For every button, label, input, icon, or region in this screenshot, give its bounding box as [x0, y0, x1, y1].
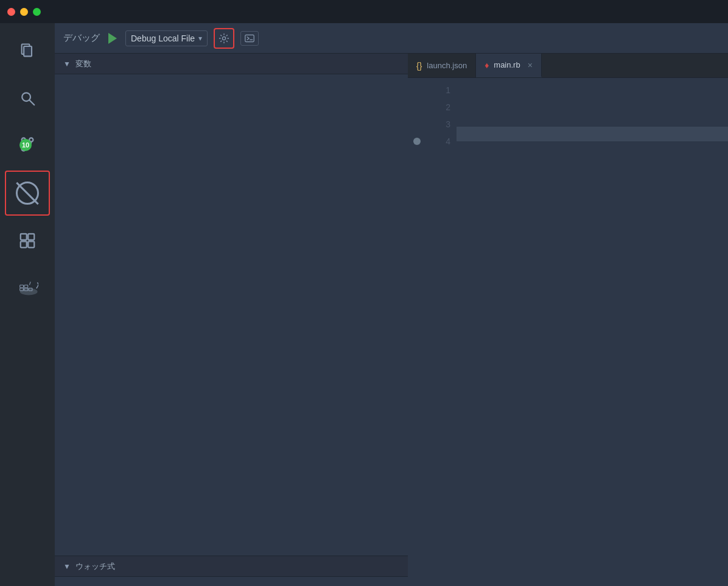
- tab-launch-json[interactable]: {} launch.json: [408, 54, 476, 77]
- svg-rect-10: [28, 241, 34, 247]
- sidebar-item-search[interactable]: [5, 76, 50, 121]
- sidebar-item-git[interactable]: 10: [5, 123, 50, 168]
- traffic-close[interactable]: [7, 8, 15, 16]
- no-symbol-icon: [16, 182, 39, 205]
- watch-panel-header[interactable]: ▼ ウォッチ式: [55, 556, 408, 577]
- files-icon: [19, 42, 36, 59]
- svg-line-17: [30, 282, 30, 284]
- debug-panels: ▼ 変数 ▼ ウォッチ式: [55, 54, 408, 586]
- sidebar-item-extensions[interactable]: [5, 218, 50, 263]
- watch-panel: ▼ ウォッチ式: [55, 556, 408, 586]
- sidebar-item-files[interactable]: [5, 28, 50, 73]
- line-number-4: 4: [446, 134, 450, 149]
- svg-rect-16: [24, 285, 28, 288]
- line-number-2: 2: [446, 100, 450, 115]
- svg-point-2: [22, 93, 30, 101]
- editor-content: 1 2 3 4: [408, 78, 728, 586]
- tab-close-button[interactable]: ×: [528, 60, 533, 70]
- svg-rect-19: [245, 35, 254, 41]
- line-number-1: 1: [446, 83, 450, 97]
- gutter-slot-1: [413, 83, 421, 97]
- variables-panel-header[interactable]: ▼ 変数: [55, 54, 408, 74]
- svg-rect-1: [24, 46, 32, 56]
- variables-panel-content: [55, 74, 408, 556]
- variables-panel-title: 変数: [75, 58, 91, 69]
- svg-line-3: [30, 101, 35, 105]
- debug-toolbar: デバッグ Debug Local File ▾: [55, 23, 728, 54]
- main-layout: 10: [0, 23, 728, 586]
- ruby-icon: ♦: [485, 60, 489, 70]
- json-icon: {}: [416, 61, 422, 71]
- svg-rect-15: [20, 285, 24, 288]
- traffic-minimize[interactable]: [20, 8, 28, 16]
- sidebar-item-docker[interactable]: [5, 266, 50, 311]
- variables-collapse-arrow[interactable]: ▼: [63, 60, 71, 68]
- terminal-icon: [245, 34, 254, 43]
- code-line-2: [457, 97, 728, 112]
- content-area: デバッグ Debug Local File ▾: [55, 23, 728, 586]
- watch-panel-title: ウォッチ式: [75, 561, 115, 572]
- debug-label: デバッグ: [63, 32, 100, 44]
- line-number-3: 3: [446, 117, 450, 132]
- gutter-slot-3: [413, 117, 421, 132]
- config-select[interactable]: Debug Local File ▾: [125, 30, 208, 46]
- tab-main-rb[interactable]: ♦ main.rb ×: [476, 54, 542, 77]
- terminal-button[interactable]: [240, 31, 259, 46]
- extensions-icon: [18, 231, 37, 250]
- play-button[interactable]: [106, 32, 119, 45]
- titlebar: [0, 0, 728, 23]
- svg-point-18: [222, 37, 225, 40]
- sidebar-item-debug[interactable]: [5, 171, 50, 216]
- editor-section: ▼ 変数 ▼ ウォッチ式 {}: [55, 54, 728, 586]
- gutter-slot-2: [413, 100, 421, 115]
- svg-rect-7: [21, 234, 27, 240]
- search-icon: [18, 89, 37, 107]
- play-triangle-icon: [108, 33, 117, 44]
- tab-launch-label: launch.json: [427, 61, 467, 70]
- git-badge: 10: [19, 139, 32, 151]
- code-area[interactable]: [457, 78, 728, 586]
- gutter-slot-4: [413, 134, 421, 149]
- chevron-down-icon: ▾: [198, 34, 202, 43]
- gear-button[interactable]: [214, 28, 234, 49]
- editor-area: {} launch.json ♦ main.rb ×: [408, 54, 728, 586]
- code-line-4: [457, 127, 728, 141]
- tab-bar: {} launch.json ♦ main.rb ×: [408, 54, 728, 78]
- tab-main-label: main.rb: [494, 60, 520, 69]
- breakpoint-dot: [413, 138, 421, 145]
- activity-bar: 10: [0, 23, 55, 586]
- docker-icon: [16, 280, 38, 297]
- config-name: Debug Local File: [131, 34, 195, 43]
- gear-icon: [219, 33, 229, 44]
- code-line-1: [457, 83, 728, 97]
- gutter: [408, 78, 426, 586]
- watch-collapse-arrow[interactable]: ▼: [63, 562, 71, 571]
- svg-rect-8: [28, 234, 34, 240]
- svg-rect-9: [21, 241, 27, 247]
- traffic-maximize[interactable]: [33, 8, 41, 16]
- line-numbers: 1 2 3 4: [426, 78, 457, 586]
- code-line-3: [457, 112, 728, 127]
